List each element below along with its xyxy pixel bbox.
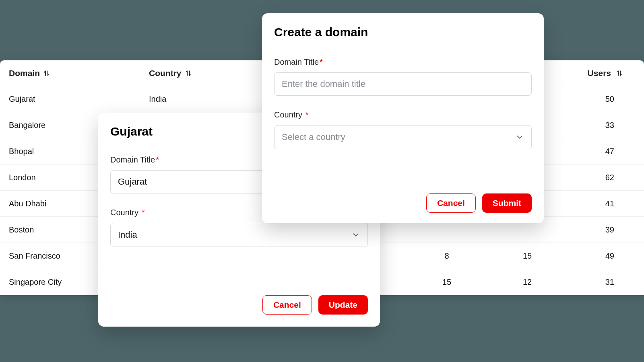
- cell-a: 15: [407, 278, 487, 287]
- column-header-label: Domain: [9, 68, 40, 78]
- column-header-domain[interactable]: Domain: [9, 68, 149, 78]
- required-asterisk-icon: *: [305, 110, 309, 119]
- create-domain-modal: Create a domain Domain Title* Country * …: [262, 13, 544, 223]
- chevron-down-icon: [343, 223, 368, 247]
- label-text: Country: [110, 208, 138, 217]
- cell-a: 8: [407, 251, 487, 261]
- sort-icon: [615, 69, 624, 78]
- country-select[interactable]: India: [110, 223, 368, 247]
- domain-title-label: Domain Title*: [274, 58, 532, 67]
- cell-b: 12: [487, 278, 568, 287]
- label-text: Domain Title: [110, 155, 155, 164]
- country-select-value: India: [110, 223, 368, 247]
- country-select-placeholder: Select a country: [274, 125, 532, 149]
- update-button[interactable]: Update: [318, 295, 368, 315]
- cell-users: 39: [568, 225, 635, 234]
- required-asterisk-icon: *: [142, 208, 145, 217]
- column-header-users[interactable]: Users: [568, 68, 635, 78]
- required-asterisk-icon: *: [156, 155, 159, 164]
- cell-b: 15: [487, 251, 568, 261]
- cell-users: 50: [568, 95, 635, 104]
- label-text: Domain Title: [274, 58, 319, 66]
- label-text: Country: [274, 110, 302, 119]
- cell-users: 31: [568, 278, 635, 287]
- required-asterisk-icon: *: [320, 58, 323, 66]
- sort-icon: [184, 69, 193, 78]
- column-header-label: Country: [149, 68, 182, 78]
- submit-button[interactable]: Submit: [482, 193, 532, 213]
- modal-title: Create a domain: [274, 25, 532, 39]
- cell-domain: Gujarat: [9, 95, 149, 104]
- column-header-label: Users: [588, 68, 611, 78]
- sort-icon: [42, 69, 51, 78]
- country-label: Country *: [274, 110, 532, 119]
- cell-users: 49: [568, 251, 635, 261]
- chevron-down-icon: [507, 125, 532, 149]
- cell-users: 33: [568, 121, 635, 130]
- domain-title-input[interactable]: [274, 72, 532, 96]
- cell-users: 62: [568, 173, 635, 182]
- cell-users: 41: [568, 199, 635, 208]
- country-select[interactable]: Select a country: [274, 125, 532, 149]
- cancel-button[interactable]: Cancel: [426, 193, 476, 213]
- cell-users: 47: [568, 147, 635, 156]
- cancel-button[interactable]: Cancel: [262, 295, 312, 315]
